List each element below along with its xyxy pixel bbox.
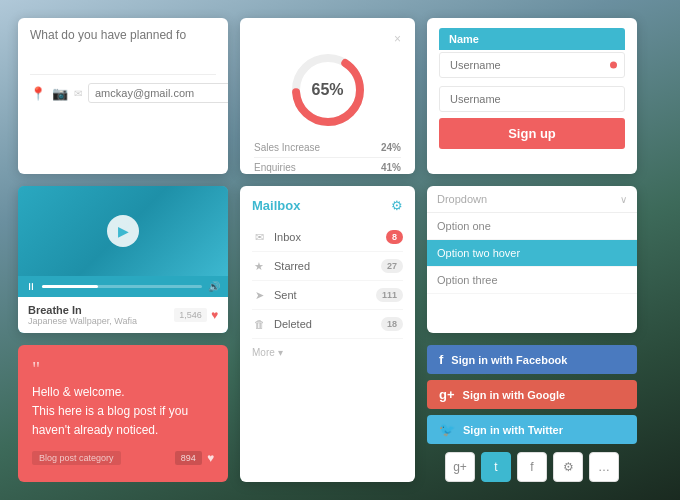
stat-row-1: Sales Increase 24%: [254, 138, 401, 158]
google-icon: g+: [439, 387, 455, 402]
dropdown-header[interactable]: Dropdown ∨: [427, 186, 637, 213]
stat-value-2: 41%: [381, 162, 401, 173]
dropdown-card: Dropdown ∨ Option one Option two hover O…: [427, 186, 637, 333]
email-field[interactable]: [88, 83, 228, 103]
signup-card: Name Sign up: [427, 18, 637, 174]
post-textarea[interactable]: [30, 28, 216, 64]
twitter-signin-button[interactable]: 🐦 Sign in with Twitter: [427, 415, 637, 444]
social-buttons: f Sign in with Facebook g+ Sign in with …: [427, 345, 637, 482]
quote-text: Hello & welcome. This here is a blog pos…: [32, 383, 214, 441]
inbox-badge: 8: [386, 230, 403, 244]
deleted-badge: 18: [381, 317, 403, 331]
quote-mark: ": [32, 359, 214, 379]
mailbox-header: Mailbox ⚙: [252, 198, 403, 213]
quote-card: " Hello & welcome. This here is a blog p…: [18, 345, 228, 482]
google-signin-button[interactable]: g+ Sign in with Google: [427, 380, 637, 409]
dropdown-label: Dropdown: [437, 193, 487, 205]
video-card: ▶ ⏸ 🔊 Breathe In Japanese Wallpaper, Waf…: [18, 186, 228, 333]
like-count: 1,546: [174, 308, 207, 322]
close-icon[interactable]: ×: [394, 32, 401, 46]
star-icon: ★: [252, 260, 266, 273]
facebook-icon: f: [439, 352, 443, 367]
dropdown-option-3[interactable]: Option three: [427, 267, 637, 294]
dropdown-option-2[interactable]: Option two hover: [427, 240, 637, 267]
video-artist: Japanese Wallpaper, Wafia: [28, 316, 137, 326]
donut-card: × 65% Sales Increase 24% Enquiries 41% M…: [240, 18, 415, 174]
sent-badge: 111: [376, 288, 403, 302]
sent-label: Sent: [274, 289, 297, 301]
mail-icon-small: ✉: [74, 88, 82, 99]
icon-row: g+ t f ⚙ …: [427, 452, 637, 482]
dropdown-option-1[interactable]: Option one: [427, 213, 637, 240]
mail-item-deleted[interactable]: 🗑 Deleted 18: [252, 310, 403, 339]
video-title: Breathe In: [28, 304, 137, 316]
google-label: Sign in with Google: [463, 389, 566, 401]
video-controls: ⏸ 🔊: [18, 276, 228, 297]
facebook-label: Sign in with Facebook: [451, 354, 567, 366]
progress-bar[interactable]: [42, 285, 202, 288]
facebook-signin-button[interactable]: f Sign in with Facebook: [427, 345, 637, 374]
trash-icon: 🗑: [252, 318, 266, 330]
mail-item-sent[interactable]: ➤ Sent 111: [252, 281, 403, 310]
required-dot: [610, 62, 617, 69]
twitter-icon-btn[interactable]: t: [481, 452, 511, 482]
gplus-icon-btn[interactable]: g+: [445, 452, 475, 482]
quote-heart-icon[interactable]: ♥: [207, 451, 214, 465]
video-likes: 1,546 ♥: [174, 308, 218, 322]
play-button[interactable]: ▶: [107, 215, 139, 247]
video-meta: Breathe In Japanese Wallpaper, Wafia 1,5…: [18, 297, 228, 333]
facebook-icon-btn[interactable]: f: [517, 452, 547, 482]
quote-footer: Blog post category 894 ♥: [32, 451, 214, 465]
quote-count: 894: [175, 451, 202, 465]
mailbox-title: Mailbox: [252, 198, 300, 213]
stat-row-2: Enquiries 41%: [254, 158, 401, 174]
inbox-label: Inbox: [274, 231, 301, 243]
video-info: Breathe In Japanese Wallpaper, Wafia: [28, 304, 137, 326]
post-input-card: 📍 📷 ✉ ➤: [18, 18, 228, 174]
pause-button[interactable]: ⏸: [26, 281, 36, 292]
location-icon[interactable]: 📍: [30, 86, 46, 101]
video-thumbnail: ▶: [18, 186, 228, 276]
signup-button[interactable]: Sign up: [439, 118, 625, 149]
deleted-label: Deleted: [274, 318, 312, 330]
volume-icon[interactable]: 🔊: [208, 281, 220, 292]
gear-icon[interactable]: ⚙: [391, 198, 403, 213]
divider: [30, 74, 216, 75]
chevron-down-icon-2: ▾: [278, 347, 283, 358]
username-wrap: [439, 52, 625, 78]
chevron-down-icon-3: ∨: [620, 194, 627, 205]
mailbox-card: Mailbox ⚙ ✉ Inbox 8 ★ Starred 27 ➤ Sent …: [240, 186, 415, 482]
starred-badge: 27: [381, 259, 403, 273]
post-input-row: 📍 📷 ✉ ➤: [30, 81, 216, 105]
stat-value-1: 24%: [381, 142, 401, 153]
donut-chart: 65%: [288, 50, 368, 130]
stat-label-1: Sales Increase: [254, 142, 320, 153]
quote-category: Blog post category: [32, 451, 121, 465]
settings-icon-btn[interactable]: ⚙: [553, 452, 583, 482]
username2-input[interactable]: [439, 86, 625, 112]
stat-label-2: Enquiries: [254, 162, 296, 173]
username-input[interactable]: [439, 52, 625, 78]
camera-icon[interactable]: 📷: [52, 86, 68, 101]
starred-label: Starred: [274, 260, 310, 272]
inbox-icon: ✉: [252, 231, 266, 244]
heart-icon[interactable]: ♥: [211, 308, 218, 322]
sent-icon: ➤: [252, 289, 266, 302]
mail-item-starred[interactable]: ★ Starred 27: [252, 252, 403, 281]
donut-percent: 65%: [288, 50, 368, 130]
mail-item-inbox[interactable]: ✉ Inbox 8: [252, 223, 403, 252]
progress-fill: [42, 285, 98, 288]
mailbox-more-link[interactable]: More ▾: [252, 347, 403, 358]
twitter-icon: 🐦: [439, 422, 455, 437]
more-icon-btn[interactable]: …: [589, 452, 619, 482]
play-icon: ▶: [118, 223, 129, 239]
twitter-label: Sign in with Twitter: [463, 424, 563, 436]
name-label: Name: [439, 28, 625, 50]
